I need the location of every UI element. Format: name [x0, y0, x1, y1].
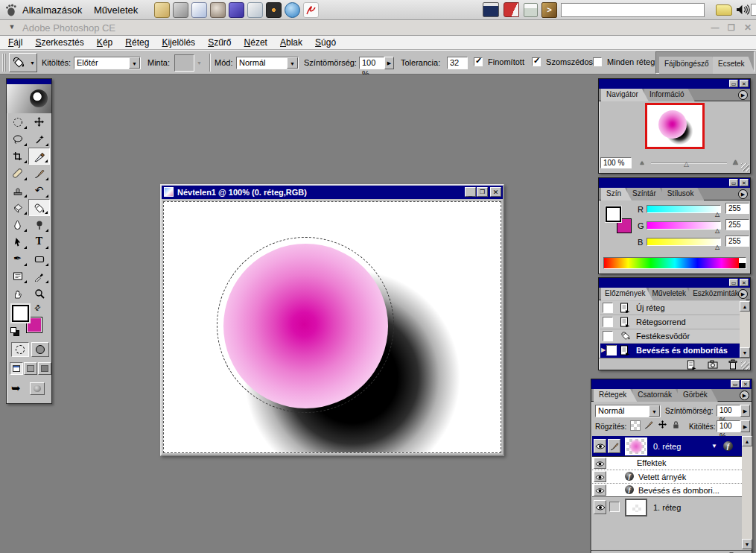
checkbox-antialias[interactable]: Finomított	[474, 57, 524, 66]
fullscreen-menubar-mode-button[interactable]	[24, 362, 37, 375]
history-snapshot-box[interactable]	[606, 345, 617, 356]
tab-navigator[interactable]: Navigátor	[601, 89, 649, 101]
calculator-applet-icon[interactable]	[524, 3, 538, 17]
zoom-tool-icon[interactable]	[28, 285, 50, 302]
zoom-out-icon[interactable]: ▲	[639, 159, 645, 166]
toolbox-logo[interactable]	[7, 84, 51, 113]
layers-fill-field[interactable]: 100 %	[717, 420, 740, 432]
antialias-checkbox-icon[interactable]	[474, 57, 483, 66]
navigator-close-icon[interactable]: ✕	[740, 80, 749, 87]
navigator-zoom-field[interactable]: 100 %	[600, 157, 632, 168]
layers-menu-icon[interactable]: ▶	[740, 391, 749, 400]
shape-tool-icon[interactable]	[28, 250, 50, 268]
history-item-selected[interactable]: ▶ Bevésés és domborítás	[600, 344, 740, 358]
layers-fill-arrow-icon[interactable]: ▶	[740, 420, 750, 432]
eraser-tool-icon[interactable]	[7, 199, 28, 216]
opacity-slider-arrow-icon[interactable]: ▶	[384, 57, 394, 69]
window-minimize-icon[interactable]: —	[709, 22, 721, 33]
paint-bucket-tool-icon[interactable]	[28, 199, 50, 216]
history-item[interactable]: Rétegsorrend	[600, 315, 740, 329]
eyedropper-tool-icon[interactable]	[28, 268, 50, 285]
documents-launcher-icon[interactable]	[191, 2, 207, 18]
new-document-from-state-icon[interactable]	[687, 360, 696, 370]
gnome-foot-icon[interactable]	[4, 3, 18, 18]
notes-tool-icon[interactable]	[7, 268, 28, 285]
channel-g-thumb-icon[interactable]: △	[715, 227, 720, 234]
color-spectrum-ramp[interactable]	[603, 257, 746, 269]
menu-filter[interactable]: Szűrő	[203, 36, 236, 49]
history-close-icon[interactable]: ✕	[740, 279, 749, 286]
tab-layers[interactable]: Rétegek	[594, 389, 637, 402]
history-snapshot-box[interactable]	[603, 303, 613, 313]
layers-scroll-up-icon[interactable]: ▲	[742, 436, 752, 446]
document-minimize-icon[interactable]: _	[465, 187, 476, 197]
gimp-launcher-icon[interactable]	[210, 2, 226, 18]
channel-b-value[interactable]: 255	[725, 236, 749, 247]
history-item[interactable]: Festékesvödör	[600, 329, 740, 344]
history-item[interactable]: Új réteg	[600, 301, 740, 315]
channel-g-slider[interactable]	[647, 221, 721, 230]
channel-r-value[interactable]: 255	[725, 203, 749, 214]
mode-dropdown-arrow-icon[interactable]: ▼	[287, 57, 298, 69]
cd-player-launcher-icon[interactable]	[266, 2, 282, 18]
foreground-color-swatch[interactable]	[12, 305, 29, 322]
window-close-icon[interactable]: ✕	[742, 22, 754, 33]
layers-scrollbar[interactable]: ▲ ▼	[742, 436, 752, 549]
menu-select[interactable]: Kijelölés	[156, 36, 200, 49]
options-grip[interactable]	[2, 54, 6, 72]
channel-b-thumb-icon[interactable]: △	[715, 244, 720, 250]
document-close-icon[interactable]: ✕	[490, 187, 501, 197]
layers-titlebar[interactable]: ▭ ✕	[591, 379, 752, 389]
menu-layer[interactable]: Réteg	[120, 36, 154, 49]
channel-b-slider[interactable]	[647, 238, 721, 246]
history-brush-tool-icon[interactable]: ↶	[28, 182, 50, 199]
tab-paths[interactable]: Görbék	[678, 389, 718, 402]
menu-file[interactable]: Fájl	[3, 36, 28, 49]
layer-bevel-row[interactable]: f Bevésés és dombori...	[592, 483, 742, 496]
toolbox-drag-bar[interactable]	[7, 79, 51, 84]
window-maximize-icon[interactable]: ❒	[725, 22, 737, 33]
magic-wand-tool-icon[interactable]	[28, 130, 50, 148]
zoom-slider-thumb[interactable]: △	[684, 160, 689, 168]
channel-g-value[interactable]: 255	[725, 219, 749, 230]
tool-dropdown-arrow-icon[interactable]: ▼	[30, 60, 35, 66]
swap-colors-icon[interactable]: ⇄	[32, 303, 42, 313]
hand-tool-icon[interactable]	[7, 285, 28, 302]
document-titlebar[interactable]: Névtelen1 @ 100% (0. réteg,RGB) _ ❒ ✕	[162, 186, 503, 199]
fullscreen-mode-button[interactable]	[38, 362, 51, 375]
zoom-slider-track[interactable]	[651, 162, 727, 164]
tab-channels[interactable]: Csatornák	[632, 389, 682, 402]
color-close-icon[interactable]: ✕	[740, 179, 749, 186]
layers-scroll-down-icon[interactable]: ▼	[742, 539, 752, 549]
layers-minimize-icon[interactable]: ▭	[731, 380, 740, 388]
menu-window[interactable]: Ablak	[275, 36, 308, 49]
channel-r-slider[interactable]	[647, 205, 721, 213]
dodge-tool-icon[interactable]	[28, 216, 50, 233]
layer-row-1[interactable]: 1. réteg	[592, 496, 742, 517]
layers-close-icon[interactable]: ✕	[741, 380, 750, 388]
navigator-resize-grip[interactable]	[741, 163, 749, 171]
imageready-icon[interactable]	[30, 382, 45, 395]
checkbox-all-layers[interactable]: Minden réteg	[593, 57, 655, 66]
history-minimize-icon[interactable]: ▭	[729, 279, 738, 286]
layer-0-thumbnail[interactable]	[625, 437, 647, 455]
lasso-tool-icon[interactable]	[7, 130, 28, 148]
history-menu-icon[interactable]: ▶	[738, 289, 748, 299]
lock-image-brush-icon[interactable]	[644, 420, 654, 431]
lock-position-icon[interactable]	[657, 420, 667, 431]
navigator-preview[interactable]	[645, 103, 705, 149]
notes-applet-icon[interactable]	[716, 4, 732, 16]
dictionary-applet-icon[interactable]	[504, 2, 519, 17]
color-titlebar[interactable]: ▭ ✕	[599, 178, 750, 188]
tab-styles[interactable]: Stílusok	[662, 188, 705, 200]
history-snapshot-box[interactable]	[603, 331, 613, 341]
standard-screen-mode-button[interactable]	[10, 362, 23, 375]
color-foreground-swatch[interactable]	[606, 206, 621, 222]
visibility-eye-icon[interactable]	[594, 484, 606, 496]
history-scrollbar[interactable]: ▲ ▼	[740, 301, 750, 358]
standard-mode-button[interactable]	[11, 342, 29, 357]
default-colors-icon[interactable]	[10, 327, 20, 337]
visibility-eye-icon[interactable]	[594, 471, 606, 482]
marquee-tool-icon[interactable]	[7, 113, 28, 130]
tab-file-browser[interactable]: Fájlböngésző	[659, 57, 719, 74]
